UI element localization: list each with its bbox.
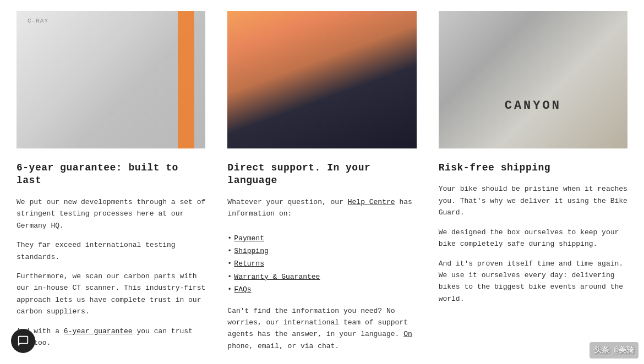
support-bullet-list: Payment Shipping Returns Warranty & Guar… — [227, 232, 416, 296]
bullet-warranty: Warranty & Guarantee — [227, 271, 416, 283]
shipping-column: Risk-free shipping Your bike should be p… — [439, 11, 627, 360]
support-intro: Whatever your question, our Help Centre … — [227, 196, 416, 220]
bullet-faqs: FAQs — [227, 283, 416, 296]
support-footer: Can't find the information you need? No … — [227, 305, 416, 352]
support-image — [227, 11, 416, 148]
guarantee-column: 6-year guarantee: built to last We put o… — [17, 11, 205, 360]
support-column: Direct support. In your language Whateve… — [227, 11, 416, 360]
guarantee-title: 6-year guarantee: built to last — [17, 162, 205, 187]
bullet-returns: Returns — [227, 257, 416, 270]
shipping-image — [439, 11, 627, 148]
shipping-para-3: And it's proven itself time and time aga… — [439, 258, 627, 305]
shipping-para-1: Your bike should be pristine when it rea… — [439, 183, 627, 218]
help-centre-link[interactable]: Help Centre — [348, 198, 395, 206]
guarantee-para-3: Furthermore, we scan our carbon parts wi… — [17, 271, 205, 318]
support-intro-text: Whatever your question, our — [227, 198, 347, 206]
shipping-para-2: We designed the box ourselves to keep yo… — [439, 227, 627, 250]
guarantee-para-4: And with a 6-year guarantee you can trus… — [17, 326, 205, 349]
guarantee-image — [17, 11, 205, 148]
shipping-title: Risk-free shipping — [439, 162, 627, 174]
on-phone-link[interactable]: On — [403, 330, 412, 338]
bullet-payment: Payment — [227, 232, 416, 245]
three-column-layout: 6-year guarantee: built to last We put o… — [17, 11, 627, 360]
warranty-link[interactable]: Warranty & Guarantee — [234, 273, 320, 281]
support-title: Direct support. In your language — [227, 162, 416, 187]
returns-link[interactable]: Returns — [234, 260, 264, 268]
faqs-link[interactable]: FAQs — [234, 285, 251, 294]
guarantee-para-1: We put our new developments through a se… — [17, 196, 205, 231]
guarantee-link[interactable]: 6-year guarantee — [64, 327, 133, 335]
chat-icon — [17, 335, 29, 347]
payment-link[interactable]: Payment — [234, 234, 264, 242]
support-footer-text-2: phone, email, or via chat. — [227, 342, 339, 350]
guarantee-para-2: They far exceed international testing st… — [17, 239, 205, 263]
shipping-link[interactable]: Shipping — [234, 247, 268, 255]
page-container: 6-year guarantee: built to last We put o… — [0, 0, 644, 364]
support-footer-text-1: Can't find the information you need? No … — [227, 307, 408, 339]
chat-widget[interactable] — [11, 329, 35, 353]
bullet-shipping: Shipping — [227, 245, 416, 257]
